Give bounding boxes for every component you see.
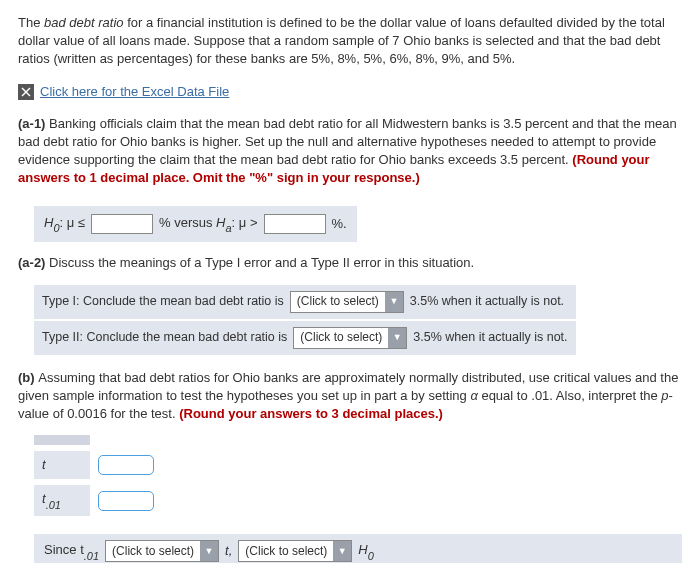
h0-final: H0 (358, 541, 374, 562)
p-symbol: p (661, 388, 668, 403)
t01-label: t.01 (34, 485, 90, 516)
part-b: (b) Assuming that bad debt ratios for Oh… (18, 369, 682, 424)
type1-text-b: 3.5% when it actually is not. (410, 293, 564, 311)
b-conclusion-box: Since t.01 (Click to select) ▼ t, (Click… (34, 534, 682, 563)
chevron-down-icon: ▼ (388, 328, 406, 348)
type1-select[interactable]: (Click to select) ▼ (290, 291, 404, 313)
h0-value-input[interactable] (91, 214, 153, 234)
t-row: t (34, 451, 682, 479)
t-label: t (34, 451, 90, 479)
t-header-spacer (34, 435, 90, 445)
t-value-input[interactable] (98, 455, 154, 475)
part-b-label: (b) (18, 370, 38, 385)
t01-row: t.01 (34, 485, 682, 516)
intro-text-a: The (18, 15, 44, 30)
decision-select[interactable]: (Click to select) ▼ (238, 540, 352, 562)
part-a1: (a-1) Banking officials claim that the m… (18, 115, 682, 188)
h0-prefix: H0: μ ≤ (44, 214, 85, 235)
alpha-symbol: α (470, 388, 477, 403)
type2-text-a: Type II: Conclude the mean bad debt rati… (42, 329, 287, 347)
t-values-block: t t.01 (34, 435, 682, 516)
excel-icon (18, 84, 34, 100)
part-a1-label: (a-1) (18, 116, 49, 131)
t-comma: t, (225, 542, 232, 560)
t-header-row (34, 435, 682, 445)
chevron-down-icon: ▼ (333, 541, 351, 561)
compare-select[interactable]: (Click to select) ▼ (105, 540, 219, 562)
part-a2: (a-2) Discuss the meanings of a Type I e… (18, 254, 682, 272)
since-text: Since t.01 (44, 541, 99, 562)
problem-intro: The bad debt ratio for a financial insti… (18, 14, 682, 69)
excel-link-row: Click here for the Excel Data File (18, 83, 682, 101)
part-a2-text: Discuss the meanings of a Type I error a… (49, 255, 474, 270)
table-row: Type I: Conclude the mean bad debt ratio… (34, 285, 576, 320)
intro-italic: bad debt ratio (44, 15, 124, 30)
mid-text: % versus Ha: μ > (159, 214, 258, 235)
ha-value-input[interactable] (264, 214, 326, 234)
part-b-text-b: equal to .01. Also, interpret the (478, 388, 662, 403)
excel-data-link[interactable]: Click here for the Excel Data File (40, 83, 229, 101)
a1-answer-box: H0: μ ≤ % versus Ha: μ > %. (34, 206, 357, 243)
type1-text-a: Type I: Conclude the mean bad debt ratio… (42, 293, 284, 311)
chevron-down-icon: ▼ (200, 541, 218, 561)
type2-select[interactable]: (Click to select) ▼ (293, 327, 407, 349)
chevron-down-icon: ▼ (385, 292, 403, 312)
part-b-instruction: (Round your answers to 3 decimal places.… (179, 406, 443, 421)
type-error-table: Type I: Conclude the mean bad debt ratio… (34, 285, 576, 355)
t01-value-input[interactable] (98, 491, 154, 511)
end-text: %. (332, 215, 347, 233)
part-a2-label: (a-2) (18, 255, 49, 270)
table-row: Type II: Conclude the mean bad debt rati… (34, 320, 576, 355)
type2-text-b: 3.5% when it actually is not. (413, 329, 567, 347)
